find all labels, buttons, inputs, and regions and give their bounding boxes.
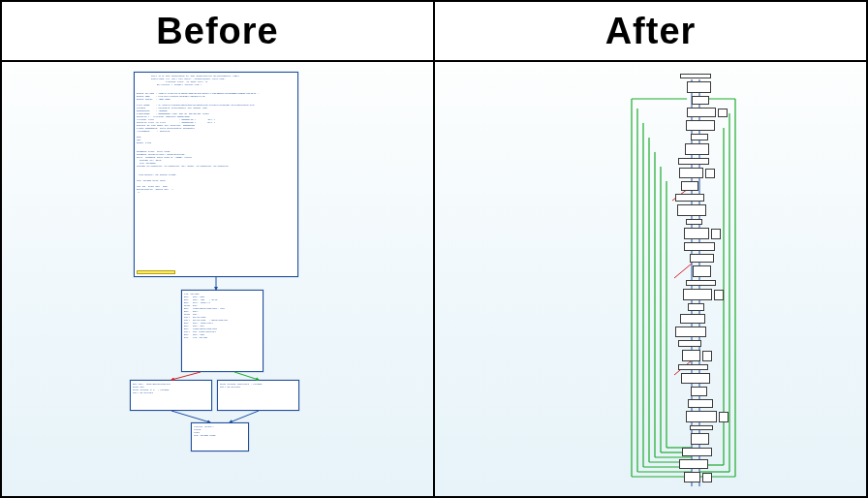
- obf-node: [681, 181, 698, 191]
- obf-node: [686, 280, 716, 286]
- obf-node: [679, 459, 708, 469]
- after-heading: After: [435, 2, 866, 62]
- obf-node-side: [719, 412, 728, 422]
- block2-text: loc_401206: mov ebx, ebp mov edx, 100 ; …: [182, 291, 263, 341]
- obf-node: [686, 411, 717, 422]
- block3a-text: mov ebx, [ebp+Destination] push ebx push…: [131, 381, 211, 396]
- obf-node-side: [705, 169, 715, 178]
- cfg-block-2: loc_401206: mov ebx, ebp mov edx, 100 ; …: [181, 290, 264, 372]
- obf-node: [691, 134, 708, 140]
- after-label: After: [605, 11, 697, 52]
- obf-node: [683, 289, 712, 300]
- header-text: This file was generated by the Interacti…: [135, 73, 297, 196]
- before-content: This file was generated by the Interacti…: [2, 62, 433, 496]
- block4-text: locret_401074: leave retn sub_401000 end…: [192, 423, 248, 439]
- obf-node: [681, 373, 710, 384]
- obf-node: [684, 242, 715, 251]
- obf-node: [679, 168, 703, 178]
- obf-node: [687, 81, 711, 93]
- obf-node: [686, 219, 702, 225]
- cfg-header-node: This file was generated by the Interacti…: [134, 72, 298, 277]
- cfg-block-3b: push offset aCorrect ; Format call ds:pr…: [217, 380, 299, 411]
- obf-node: [688, 303, 704, 311]
- obf-node: [682, 350, 700, 361]
- obf-node: [675, 194, 704, 202]
- obf-node: [691, 433, 709, 445]
- after-panel: After: [435, 2, 866, 496]
- after-edges: [624, 70, 769, 486]
- block3b-text: push offset aCorrect ; Format call ds:pr…: [218, 381, 298, 390]
- obf-node: [691, 387, 707, 396]
- obf-node-side: [702, 351, 712, 361]
- obf-node: [678, 158, 709, 165]
- after-content: [435, 62, 866, 496]
- cfg-block-4: locret_401074: leave retn sub_401000 end…: [191, 422, 249, 451]
- obf-node: [675, 327, 706, 337]
- obf-node-side: [702, 473, 712, 482]
- obf-node: [680, 74, 711, 78]
- before-label: Before: [156, 11, 278, 52]
- obf-node: [677, 204, 706, 216]
- cfg-block-3a: mov ebx, [ebp+Destination] push ebx push…: [130, 380, 212, 411]
- comparison-container: Before This file was generated by the In…: [0, 0, 868, 498]
- obf-node: [692, 96, 709, 105]
- obf-node: [680, 314, 705, 324]
- obf-node: [690, 254, 714, 263]
- obf-node: [684, 472, 700, 482]
- obf-node: [682, 448, 712, 456]
- obf-node-side: [714, 290, 724, 300]
- obf-node-side: [718, 109, 728, 117]
- obf-node: [685, 143, 709, 155]
- obf-node-side: [711, 229, 721, 239]
- obf-node: [684, 228, 709, 239]
- highlight-bar: [137, 270, 175, 274]
- after-diagram: [624, 70, 769, 486]
- obf-node: [693, 265, 711, 277]
- before-heading: Before: [2, 2, 433, 62]
- obf-node: [687, 108, 716, 117]
- before-diagram: This file was generated by the Interacti…: [118, 72, 331, 479]
- obf-node: [688, 399, 713, 408]
- before-panel: Before This file was generated by the In…: [2, 2, 435, 496]
- obf-node: [678, 364, 708, 370]
- obf-node: [690, 425, 713, 430]
- obf-node: [686, 120, 715, 131]
- obf-node: [678, 340, 701, 347]
